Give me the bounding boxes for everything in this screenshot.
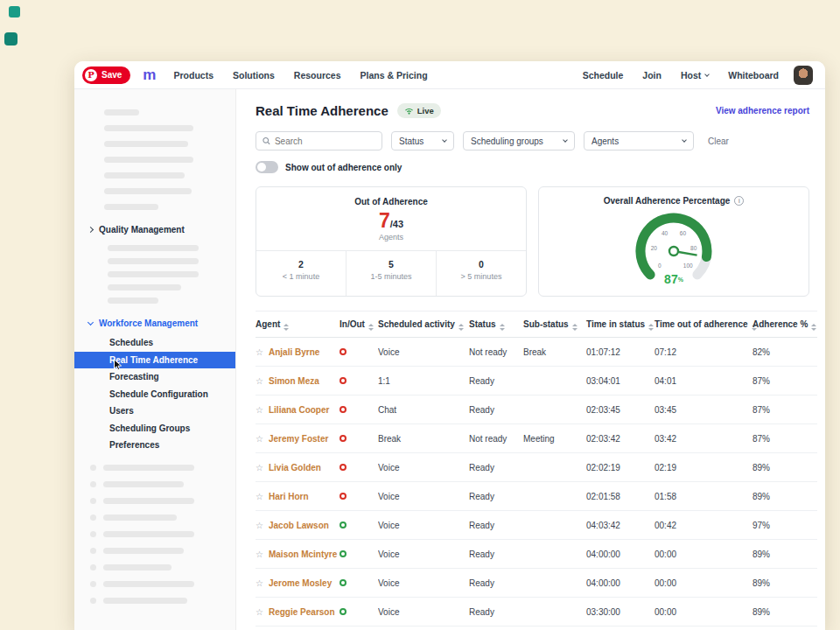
- agent-name-link[interactable]: Jeremy Foster: [269, 434, 328, 444]
- sidebar-section-quality-management[interactable]: Quality Management: [74, 220, 235, 238]
- agent-cell[interactable]: ☆Reggie Pearson: [256, 597, 340, 626]
- bucket-label: > 5 minutes: [437, 272, 526, 281]
- table-row[interactable]: ☆Liliana CooperChatReady02:03:4503:4587%: [256, 395, 817, 424]
- table-row[interactable]: ☆Maison McintyreVoiceReady04:00:0000:008…: [256, 539, 817, 568]
- table-row[interactable]: ☆Jeremy FosterBreakNot readyMeeting02:03…: [256, 424, 817, 452]
- sidebar-item-forecasting[interactable]: Forecasting: [74, 368, 235, 386]
- sort-icon[interactable]: [284, 324, 289, 331]
- sidebar-item-schedule-configuration[interactable]: Schedule Configuration: [74, 386, 235, 403]
- search-input[interactable]: [275, 136, 375, 146]
- column-header-adherence[interactable]: Adherence %: [752, 312, 817, 338]
- nav-item-host[interactable]: Host: [681, 70, 709, 80]
- star-icon[interactable]: ☆: [256, 550, 263, 559]
- view-adherence-report-link[interactable]: View adherence report: [716, 106, 809, 116]
- column-header-sub-status[interactable]: Sub-status: [523, 312, 586, 338]
- nav-item-join[interactable]: Join: [642, 70, 662, 80]
- column-header-status[interactable]: Status: [469, 312, 523, 338]
- sort-icon[interactable]: [458, 324, 464, 331]
- nav-item-products[interactable]: Products: [173, 70, 214, 80]
- agent-cell[interactable]: ☆Anjali Byrne: [256, 337, 340, 366]
- agent-cell[interactable]: ☆Jacob Lawson: [256, 510, 340, 539]
- table-row[interactable]: ☆Livia GoldenVoiceReady02:02:1902:1989%: [256, 452, 817, 481]
- sidebar-item-scheduling-groups[interactable]: Scheduling Groups: [74, 420, 235, 438]
- sidebar-item-schedules[interactable]: Schedules: [74, 334, 235, 352]
- agent-name-link[interactable]: Simon Meza: [269, 376, 319, 386]
- agent-name-link[interactable]: Anjali Byrne: [269, 347, 319, 357]
- svg-text:40: 40: [662, 230, 668, 236]
- app-logo[interactable]: m: [143, 67, 156, 82]
- nav-item-plans-pricing[interactable]: Plans & Pricing: [360, 70, 428, 80]
- sidebar-item-real-time-adherence[interactable]: Real Time Adherence: [74, 352, 235, 369]
- table-row[interactable]: ☆Jerome MosleyVoiceReady04:00:0000:0089%: [256, 568, 817, 597]
- column-header-scheduled-activity[interactable]: Scheduled activity: [378, 312, 469, 338]
- star-icon[interactable]: ☆: [256, 578, 263, 588]
- agent-name-link[interactable]: Maison Mcintyre: [269, 550, 337, 559]
- page-title: Real Time Adherence: [256, 103, 388, 118]
- status-dropdown[interactable]: Status: [391, 131, 454, 150]
- column-header-time-in-status[interactable]: Time in status: [586, 312, 654, 338]
- sort-icon[interactable]: [811, 324, 816, 331]
- chevron-right-icon: [88, 226, 94, 232]
- sidebar-section-workforce-management[interactable]: Workforce Management: [74, 314, 235, 332]
- agent-cell[interactable]: ☆Livia Golden: [256, 452, 340, 481]
- agent-name-link[interactable]: Jerome Mosley: [269, 578, 332, 588]
- agent-name-link[interactable]: Hari Horn: [269, 492, 309, 501]
- out-of-adherence-total: /43: [390, 219, 403, 229]
- star-icon[interactable]: ☆: [256, 405, 263, 415]
- agent-cell[interactable]: ☆Simon Meza: [256, 366, 340, 395]
- agent-cell[interactable]: ☆Jerome Mosley: [256, 568, 340, 597]
- sort-icon[interactable]: [368, 324, 374, 331]
- adherence-cell: 89%: [752, 452, 817, 481]
- out-of-adherence-title: Out of Adherence: [256, 197, 526, 206]
- agent-name-link[interactable]: Jacob Lawson: [269, 521, 329, 530]
- column-header-time-out-of-adherence[interactable]: Time out of adherence: [654, 312, 752, 338]
- user-avatar[interactable]: [794, 66, 813, 85]
- sort-icon[interactable]: [648, 324, 654, 331]
- star-icon[interactable]: ☆: [256, 347, 263, 357]
- star-icon[interactable]: ☆: [256, 607, 263, 617]
- table-row[interactable]: ☆Hari HornVoiceReady02:01:5801:5889%: [256, 481, 817, 510]
- status-cell: Ready: [469, 395, 523, 424]
- bucket-1-5-minutes: 5 1-5 minutes: [346, 251, 436, 296]
- sort-icon[interactable]: [572, 324, 578, 331]
- agent-cell[interactable]: ☆Liliana Cooper: [256, 395, 340, 424]
- agent-cell[interactable]: ☆Maison Mcintyre: [256, 539, 340, 568]
- star-icon[interactable]: ☆: [256, 463, 263, 472]
- nav-item-whiteboard[interactable]: Whiteboard: [728, 70, 779, 80]
- pinterest-save-button[interactable]: P Save: [82, 66, 130, 84]
- bucket-value: 0: [437, 259, 526, 270]
- sort-icon[interactable]: [500, 324, 505, 331]
- inout-red-dot: [340, 348, 346, 355]
- agent-name-link[interactable]: Reggie Pearson: [269, 607, 335, 617]
- gauge-hub: [669, 247, 678, 256]
- skeleton-bar: [104, 157, 193, 163]
- nav-item-solutions[interactable]: Solutions: [233, 70, 275, 80]
- show-out-of-adherence-toggle[interactable]: [256, 161, 278, 173]
- star-icon[interactable]: ☆: [256, 434, 263, 444]
- table-row[interactable]: ☆Simon Meza1:1Ready03:04:0104:0187%: [256, 366, 817, 395]
- star-icon[interactable]: ☆: [256, 521, 263, 530]
- clear-filters-link[interactable]: Clear: [708, 136, 729, 146]
- agent-cell[interactable]: ☆Hari Horn: [256, 481, 340, 510]
- time-out-of-adherence-cell: 00:00: [654, 597, 752, 626]
- search-box[interactable]: [256, 131, 382, 150]
- sidebar-item-preferences[interactable]: Preferences: [74, 437, 235, 454]
- nav-item-resources[interactable]: Resources: [294, 70, 341, 80]
- star-icon[interactable]: ☆: [256, 492, 263, 501]
- table-row[interactable]: ☆Jacob LawsonVoiceReady04:03:4200:4297%: [256, 510, 817, 539]
- nav-item-schedule[interactable]: Schedule: [583, 70, 624, 80]
- sidebar-item-users[interactable]: Users: [74, 402, 235, 420]
- scheduled-activity-cell: 1:1: [378, 366, 469, 395]
- column-header-agent[interactable]: Agent: [256, 312, 340, 338]
- table-row[interactable]: ☆Reggie PearsonVoiceReady03:30:0000:0089…: [256, 597, 817, 626]
- sidebar-section-label: Workforce Management: [99, 318, 198, 328]
- agent-cell[interactable]: ☆Jeremy Foster: [256, 424, 340, 452]
- agent-name-link[interactable]: Liliana Cooper: [269, 405, 329, 415]
- star-icon[interactable]: ☆: [256, 376, 263, 386]
- scheduling-groups-dropdown[interactable]: Scheduling groups: [463, 131, 575, 150]
- table-row[interactable]: ☆Anjali ByrneVoiceNot readyBreak01:07:12…: [256, 337, 817, 366]
- agent-name-link[interactable]: Livia Golden: [269, 463, 321, 472]
- inout-cell: [340, 481, 378, 510]
- column-header-in-out[interactable]: In/Out: [340, 312, 378, 338]
- agents-dropdown[interactable]: Agents: [584, 131, 694, 150]
